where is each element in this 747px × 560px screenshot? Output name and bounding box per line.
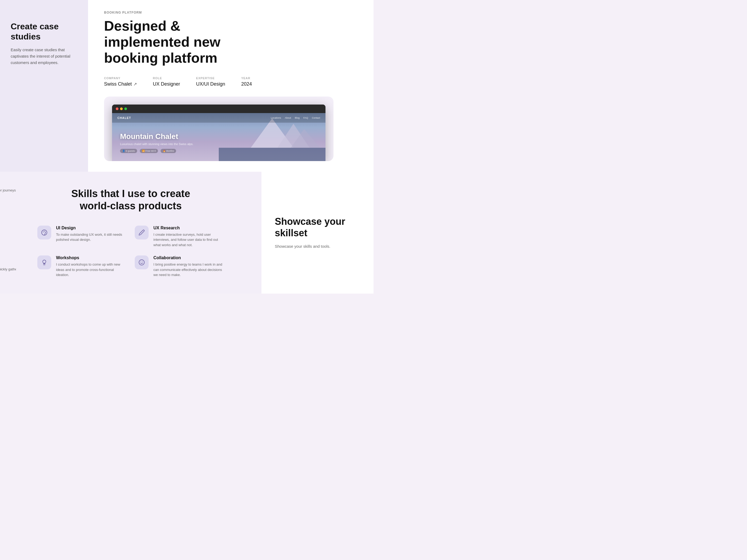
- svg-point-5: [43, 232, 44, 232]
- expertise-label: EXPERTISE: [196, 77, 225, 80]
- skill-ux-research: UX Research I create interactive surveys…: [135, 225, 224, 248]
- browser-hero-title: Mountain Chalet: [120, 132, 194, 141]
- browser-tags: 👤 6 guests 📶 Free Wi-fi 🔥 Bonfire: [120, 149, 194, 153]
- case-study-panel: BOOKING PLATFORM Designed & implemented …: [88, 0, 374, 172]
- browser-mockup: CHALET Locations About Blog FAQ Contact …: [112, 105, 326, 161]
- meta-row: COMPANY Swiss Chalet ↗ ROLE UX Designer …: [104, 77, 358, 87]
- skill-collaboration-name: Collaboration: [153, 256, 224, 260]
- meta-role: ROLE UX Designer: [153, 77, 180, 87]
- ux-research-icon-container: [135, 225, 149, 239]
- svg-point-8: [139, 260, 144, 265]
- browser-close-dot: [116, 107, 119, 110]
- partial-text-bottom: uickly gather more cts.: [0, 267, 16, 272]
- nav-link-contact: Contact: [312, 116, 320, 119]
- left-panel-title: Create case studies: [11, 21, 77, 42]
- showcase-description: Showcase your skills and tools.: [275, 243, 360, 249]
- browser-minimize-dot: [120, 107, 123, 110]
- case-study-title: Designed & implemented new booking platf…: [104, 18, 264, 66]
- lightbulb-icon: [41, 259, 48, 266]
- partial-text-top: er journeys I utilise to deliver world-: [0, 188, 16, 193]
- workshops-icon-container: [37, 256, 51, 269]
- meta-year: YEAR 2024: [241, 77, 252, 87]
- palette-icon: [41, 229, 48, 236]
- skill-ui-design-info: UI Design To make outstanding UX work, i…: [56, 225, 127, 242]
- browser-expand-dot: [124, 107, 127, 110]
- skill-collaboration: Collaboration I bring positive energy to…: [135, 256, 224, 277]
- left-panel-description: Easily create case studies that captivat…: [11, 47, 77, 66]
- tag-guests: 👤 6 guests: [120, 149, 137, 153]
- external-link-icon: ↗: [133, 82, 137, 87]
- svg-point-4: [42, 230, 47, 235]
- skill-ui-design-desc: To make outstanding UX work, it still ne…: [56, 232, 127, 242]
- browser-nav: CHALET Locations About Blog FAQ Contact: [112, 113, 326, 123]
- browser-bar: [112, 105, 326, 113]
- skill-ui-design-name: UI Design: [56, 225, 127, 231]
- ui-design-icon-container: [37, 225, 51, 239]
- meta-company: COMPANY Swiss Chalet ↗: [104, 77, 137, 87]
- skill-ui-design: UI Design To make outstanding UX work, i…: [37, 225, 127, 248]
- nav-link-faq: FAQ: [303, 116, 308, 119]
- browser-content: CHALET Locations About Blog FAQ Contact …: [112, 113, 326, 161]
- meta-expertise: EXPERTISE UX/UI Design: [196, 77, 225, 87]
- year-label: YEAR: [241, 77, 252, 80]
- skills-panel: er journeys I utilise to deliver world- …: [0, 172, 261, 293]
- skill-workshops-name: Workshops: [56, 256, 127, 260]
- expertise-value: UX/UI Design: [196, 81, 225, 87]
- skill-collaboration-info: Collaboration I bring positive energy to…: [153, 256, 224, 277]
- pencil-icon: [138, 229, 145, 236]
- skill-collaboration-desc: I bring positive energy to teams I work …: [153, 262, 224, 277]
- section-tag: BOOKING PLATFORM: [104, 11, 358, 15]
- nav-link-about: About: [285, 116, 291, 119]
- tag-bonfire: 🔥 Bonfire: [161, 149, 176, 153]
- top-section: Create case studies Easily create case s…: [0, 0, 374, 172]
- bottom-section: er journeys I utilise to deliver world- …: [0, 172, 374, 293]
- nav-link-blog: Blog: [295, 116, 300, 119]
- skills-grid: UI Design To make outstanding UX work, i…: [37, 225, 224, 277]
- skill-workshops: Workshops I conduct workshops to come up…: [37, 256, 127, 277]
- browser-hero-subtitle: Luxurious chalet with stunning views int…: [120, 142, 194, 145]
- preview-card: CHALET Locations About Blog FAQ Contact …: [104, 97, 334, 161]
- browser-nav-links: Locations About Blog FAQ Contact: [271, 116, 320, 119]
- company-value[interactable]: Swiss Chalet ↗: [104, 81, 137, 87]
- nav-link-locations: Locations: [271, 116, 281, 119]
- year-value: 2024: [241, 81, 252, 87]
- showcase-panel: Showcase your skillset Showcase your ski…: [261, 172, 374, 293]
- company-label: COMPANY: [104, 77, 137, 80]
- browser-hero-content: Mountain Chalet Luxurious chalet with st…: [120, 132, 194, 153]
- svg-point-6: [44, 231, 45, 232]
- svg-rect-3: [219, 148, 326, 161]
- role-value: UX Designer: [153, 81, 180, 87]
- svg-point-7: [45, 232, 46, 232]
- role-label: ROLE: [153, 77, 180, 80]
- browser-logo: CHALET: [118, 116, 131, 119]
- skills-section-title: Skills that I use to create world-class …: [64, 188, 198, 212]
- skill-workshops-desc: I conduct workshops to come up with new …: [56, 262, 127, 277]
- smile-icon: [138, 259, 145, 266]
- skill-workshops-info: Workshops I conduct workshops to come up…: [56, 256, 127, 277]
- showcase-title: Showcase your skillset: [275, 216, 360, 239]
- skill-ux-research-name: UX Research: [153, 225, 224, 231]
- tag-wifi: 📶 Free Wi-fi: [140, 149, 158, 153]
- left-panel: Create case studies Easily create case s…: [0, 0, 88, 172]
- skill-ux-research-desc: I create interactive surveys, hold user …: [153, 232, 224, 248]
- skill-ux-research-info: UX Research I create interactive surveys…: [153, 225, 224, 248]
- collaboration-icon-container: [135, 256, 149, 269]
